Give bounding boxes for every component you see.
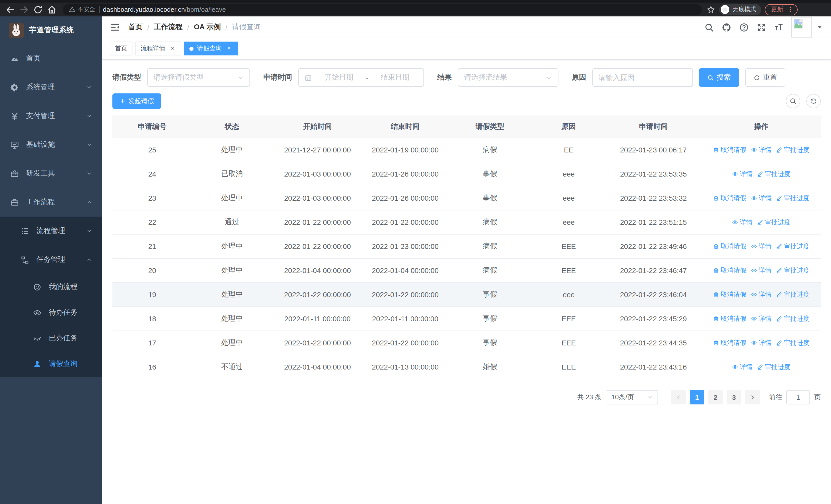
table-row[interactable]: 17处理中2022-01-22 00:00:002022-01-22 00:00… [112, 331, 821, 355]
cell-id: 21 [112, 242, 192, 250]
sidebar-item-流程管理[interactable]: 流程管理 [0, 216, 102, 245]
reset-button[interactable]: 重置 [745, 68, 785, 87]
sidebar-item-我的流程[interactable]: 我的流程 [0, 274, 102, 300]
page-size-select[interactable]: 10条/页 [607, 390, 658, 405]
prev-page-button[interactable] [671, 390, 686, 405]
table-row[interactable]: 19处理中2022-01-22 00:00:002022-01-22 00:00… [112, 283, 821, 307]
toggle-search-button[interactable] [786, 94, 800, 108]
action-审批进度[interactable]: 审批进度 [776, 290, 809, 299]
action-取消请假[interactable]: 取消请假 [713, 266, 746, 275]
action-详情[interactable]: 详情 [751, 266, 771, 275]
sidebar-item-工作流程[interactable]: 工作流程 [0, 188, 102, 216]
url-text: dashboard.yudao.iocoder.cn/bpm/oa/leave [103, 6, 226, 13]
next-page-button[interactable] [745, 390, 760, 405]
action-取消请假[interactable]: 取消请假 [713, 338, 746, 347]
refresh-table-button[interactable] [806, 94, 821, 108]
table-row[interactable]: 22通过2022-01-22 00:00:002022-01-22 00:00:… [112, 210, 821, 235]
action-审批进度[interactable]: 审批进度 [776, 266, 809, 275]
trash-icon [713, 147, 719, 153]
action-审批进度[interactable]: 审批进度 [776, 194, 809, 203]
sidebar-item-系统管理[interactable]: 系统管理 [0, 73, 102, 101]
action-详情[interactable]: 详情 [751, 314, 771, 323]
address-bar[interactable]: 不安全 dashboard.yudao.iocoder.cn/bpm/oa/le… [63, 4, 701, 15]
edit-icon [776, 292, 782, 298]
sidebar-item-已办任务[interactable]: 已办任务 [0, 325, 102, 351]
tab-请假查询[interactable]: 请假查询× [184, 41, 238, 55]
action-label: 详情 [758, 194, 771, 203]
caret-down-icon[interactable] [816, 24, 823, 30]
action-详情[interactable]: 详情 [732, 218, 752, 227]
sidebar-item-待办任务[interactable]: 待办任务 [0, 300, 102, 325]
breadcrumb-item[interactable]: 首页 [128, 23, 143, 32]
more-vertical-icon[interactable] [787, 6, 794, 13]
action-取消请假[interactable]: 取消请假 [713, 290, 746, 299]
table-row[interactable]: 16不通过2022-01-04 00:00:002022-01-13 00:00… [112, 355, 821, 379]
table-row[interactable]: 23处理中2022-01-03 00:00:002022-01-26 00:00… [112, 186, 821, 210]
table-row[interactable]: 25处理中2021-12-27 00:00:002022-01-19 00:00… [112, 138, 821, 162]
action-审批进度[interactable]: 审批进度 [757, 170, 791, 178]
table-row[interactable]: 18处理中2022-01-11 00:00:002022-01-11 00:00… [112, 307, 821, 331]
close-icon[interactable]: × [169, 45, 176, 52]
action-取消请假[interactable]: 取消请假 [713, 314, 746, 323]
action-详情[interactable]: 详情 [751, 338, 771, 347]
jump-page-input[interactable] [786, 390, 810, 405]
action-审批进度[interactable]: 审批进度 [776, 146, 809, 154]
page-button-2[interactable]: 2 [708, 390, 723, 405]
action-取消请假[interactable]: 取消请假 [713, 194, 746, 203]
sidebar-item-首页[interactable]: 首页 [0, 44, 102, 73]
sidebar-item-研发工具[interactable]: 研发工具 [0, 159, 102, 188]
fullscreen-icon[interactable] [756, 22, 766, 32]
sidebar-item-任务管理[interactable]: 任务管理 [0, 245, 102, 274]
breadcrumb-item[interactable]: OA 示例 [194, 23, 221, 32]
apply-time-range-picker[interactable]: 开始日期 - 结束日期 [298, 68, 424, 87]
action-审批进度[interactable]: 审批进度 [776, 314, 809, 323]
search-icon[interactable] [704, 22, 714, 32]
leave-type-select[interactable]: 请选择请假类型 [147, 68, 250, 87]
avatar[interactable] [792, 17, 812, 37]
sidebar-item-支付管理[interactable]: 支付管理 [0, 101, 102, 130]
sidebar-item-请假查询[interactable]: 请假查询 [0, 351, 102, 377]
table-row[interactable]: 20处理中2022-01-04 00:00:002022-01-04 00:00… [112, 259, 821, 283]
search-button[interactable]: 搜索 [699, 68, 739, 87]
result-select[interactable]: 请选择流结果 [458, 68, 558, 87]
sidebar-toggle-icon[interactable] [110, 22, 120, 32]
action-审批进度[interactable]: 审批进度 [757, 363, 791, 371]
page-button-3[interactable]: 3 [727, 390, 741, 405]
action-取消请假[interactable]: 取消请假 [713, 242, 746, 251]
cell-applied: 2022-01-22 23:44:35 [605, 339, 701, 347]
table-row[interactable]: 21处理中2022-01-22 00:00:002022-01-23 00:00… [112, 235, 821, 259]
tab-流程详情[interactable]: 流程详情× [136, 41, 181, 55]
page-button-1[interactable]: 1 [690, 390, 704, 405]
forward-icon[interactable] [19, 4, 29, 14]
app-logo-row[interactable]: 芋道管理系统 [0, 17, 102, 44]
action-详情[interactable]: 详情 [751, 290, 771, 299]
action-取消请假[interactable]: 取消请假 [713, 146, 746, 154]
action-详情[interactable]: 详情 [732, 363, 752, 371]
table-row[interactable]: 24已取消2022-01-03 00:00:002022-01-26 00:00… [112, 162, 821, 186]
reason-input[interactable] [593, 69, 692, 86]
font-size-icon[interactable] [774, 22, 784, 32]
column-header-操作: 操作 [701, 122, 821, 131]
cell-applied: 2022-01-22 23:53:35 [605, 170, 701, 178]
home-icon[interactable] [47, 4, 57, 14]
browser-update-button[interactable]: 更新 [765, 4, 798, 15]
bookmark-star-icon[interactable] [706, 5, 716, 14]
reload-icon[interactable] [33, 4, 43, 14]
sidebar-item-基础设施[interactable]: 基础设施 [0, 130, 102, 159]
action-审批进度[interactable]: 审批进度 [757, 218, 791, 227]
close-icon[interactable]: × [225, 45, 232, 52]
action-详情[interactable]: 详情 [751, 146, 771, 154]
action-审批进度[interactable]: 审批进度 [776, 242, 809, 251]
security-label[interactable]: 不安全 [69, 6, 95, 13]
create-leave-button[interactable]: 发起请假 [112, 93, 161, 109]
action-审批进度[interactable]: 审批进度 [776, 338, 809, 347]
github-icon[interactable] [722, 22, 732, 32]
back-icon[interactable] [5, 4, 16, 14]
tab-首页[interactable]: 首页 [110, 41, 133, 55]
chevron-up-icon [86, 199, 92, 205]
breadcrumb-item[interactable]: 工作流程 [154, 23, 183, 32]
help-icon[interactable] [739, 22, 749, 32]
action-详情[interactable]: 详情 [732, 170, 752, 178]
action-详情[interactable]: 详情 [751, 242, 771, 251]
action-详情[interactable]: 详情 [751, 194, 771, 203]
